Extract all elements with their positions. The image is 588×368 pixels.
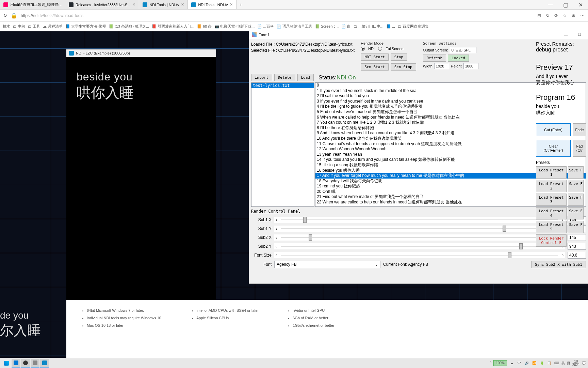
addr-icon[interactable]: ⟳: [554, 13, 558, 18]
slider[interactable]: [274, 226, 565, 232]
bookmark-item[interactable]: 🗂 中间: [13, 24, 25, 29]
bookmark-item[interactable]: 技术: [3, 24, 10, 29]
output-screen-dropdown[interactable]: 0: \\.\DISPL: [450, 47, 476, 53]
stop-button[interactable]: Stop: [391, 53, 407, 61]
form-title: Form1: [259, 33, 558, 37]
bookmark-item[interactable]: 📄 语录收纳清单工具: [277, 24, 312, 29]
slider[interactable]: [274, 234, 565, 241]
tab-3[interactable]: NDI Tools | NDI.tv✕: [188, 0, 236, 9]
close-icon[interactable]: ✕: [181, 2, 184, 7]
import-button[interactable]: Import: [251, 74, 272, 81]
load-preset-button[interactable]: Load Preset 3: [536, 194, 567, 206]
tab-1[interactable]: Releases · luvletter2333/Live-S...✕: [65, 0, 139, 9]
bookmark-item[interactable]: 🗂 ...修订门口中...: [354, 24, 383, 29]
taskbar-app1[interactable]: [31, 359, 39, 368]
window-close[interactable]: ✕: [573, 0, 588, 10]
tray-notifications-icon[interactable]: 💬: [582, 361, 586, 365]
scn-stop-button[interactable]: Scn Stop: [391, 63, 416, 71]
preview-titlebar[interactable]: NDI - LZC (Example) (1080/50p): [66, 49, 216, 57]
slider[interactable]: [274, 243, 565, 249]
locked-button[interactable]: Locked: [448, 55, 469, 62]
start-button[interactable]: [2, 359, 11, 368]
taskbar-ndi[interactable]: [40, 359, 49, 368]
save-preset-button[interactable]: Save F: [568, 180, 584, 192]
slider[interactable]: [274, 252, 565, 258]
bookmark-item[interactable]: 📕 股票炒家和新人入门...: [152, 24, 194, 29]
reload-icon[interactable]: ↻: [3, 13, 7, 18]
tray-chevron-icon[interactable]: ^: [490, 361, 491, 365]
load-preset-button[interactable]: Load Preset 2: [536, 180, 567, 192]
ndi-start-button[interactable]: NDI Start: [361, 53, 389, 61]
new-tab-button[interactable]: +: [236, 2, 245, 7]
form1-titlebar[interactable]: Form1 — ☐: [249, 30, 588, 39]
fullscreen-radio[interactable]: [378, 47, 382, 51]
cut-button[interactable]: Cut (Enter): [536, 123, 571, 136]
load-preset-button[interactable]: Load Preset 4: [536, 207, 567, 219]
taskbar-edge[interactable]: [12, 359, 20, 368]
close-icon[interactable]: ✕: [132, 2, 135, 7]
bookmark-item[interactable]: 📘 ...: [386, 24, 395, 29]
scn-start-button[interactable]: Scn Start: [361, 63, 389, 71]
save-preset-button[interactable]: Save F: [568, 194, 584, 206]
tray-ime2[interactable]: 拼: [567, 361, 570, 366]
lock-render-button[interactable]: Lock Render Control F: [536, 234, 567, 247]
bookmark-item[interactable]: 📗 {13 条消息} 整理之...: [109, 24, 149, 29]
taskbar-obs[interactable]: [21, 359, 30, 368]
load-preset-button[interactable]: Load Preset 1: [536, 166, 567, 179]
tray-icon[interactable]: 📶: [532, 361, 537, 366]
slider-value[interactable]: 40.6: [568, 252, 586, 259]
addr-icon[interactable]: ⊞: [537, 13, 541, 18]
load-preset-button[interactable]: Load Preset 5: [536, 221, 567, 233]
site-lock-icon[interactable]: 🔒: [11, 12, 17, 19]
clear-button[interactable]: Clear (Ctrl+Enter): [536, 140, 571, 157]
addr-icon[interactable]: ⋯: [580, 13, 585, 18]
file-list[interactable]: test-lyrics.txt: [251, 82, 314, 207]
bookmark-item[interactable]: 📄 白: [341, 24, 351, 29]
font-dropdown[interactable]: Agency FB⌄: [274, 261, 380, 268]
tray-ime[interactable]: 英: [561, 361, 565, 366]
tab-0[interactable]: 用ndi给直播加上歌词_哔哩哔...: [0, 0, 65, 9]
addr-icon[interactable]: ☆: [563, 13, 567, 18]
slider[interactable]: [274, 217, 565, 223]
bookmark-item[interactable]: ☁ 课程清单: [43, 24, 63, 29]
tray-icon[interactable]: 🛡: [517, 361, 522, 366]
tray-icon[interactable]: 📋: [546, 361, 552, 366]
width-input[interactable]: 1920: [434, 63, 449, 69]
window-restore[interactable]: ▢: [558, 0, 573, 10]
tray-icon[interactable]: ⌨: [554, 361, 559, 366]
file-info: Loaded File : C:\Users\23472\Desktop\NDI…: [251, 41, 355, 71]
tray-icon[interactable]: ☁: [509, 361, 514, 366]
tray-icon[interactable]: 🔋: [539, 361, 544, 366]
load-button[interactable]: Load: [297, 74, 314, 81]
form-minimize[interactable]: —: [560, 33, 572, 37]
bookmark-item[interactable]: 📘 大学生常要方法-常规: [65, 24, 106, 29]
tray-icon[interactable]: 🔊: [524, 361, 529, 366]
save-preset-button[interactable]: Save F: [568, 207, 584, 219]
bookmark-item[interactable]: 🗂 百度网盘资源集: [398, 24, 429, 29]
save-preset-button[interactable]: Save F: [568, 221, 584, 233]
bookmark-item[interactable]: 📙 60 条: [197, 24, 212, 29]
window-minimize[interactable]: —: [543, 0, 558, 10]
close-icon[interactable]: ✕: [230, 2, 233, 7]
zoom-badge[interactable]: 100%: [493, 360, 507, 366]
form-maximize[interactable]: ☐: [574, 32, 585, 37]
fad-button[interactable]: Fad (Ctr: [573, 140, 586, 157]
bookmark-item[interactable]: 🗂 工具: [28, 24, 40, 29]
preview-title: NDI - LZC (Example) (1080/50p): [76, 51, 130, 55]
tray-time[interactable]: 18 2021: [572, 360, 580, 367]
refresh-button[interactable]: Refresh: [423, 55, 446, 62]
addr-icon[interactable]: ⊕: [572, 13, 575, 18]
sync-button[interactable]: Sync Sub2 X with Sub1: [531, 261, 586, 268]
delete-button[interactable]: Delete: [274, 74, 295, 81]
tab-2[interactable]: NDI Tools | NDI.tv✕: [139, 0, 188, 9]
url-field[interactable]: https://ndi.tv/tools/#download-tools: [21, 13, 534, 18]
bookmark-item[interactable]: 📗 Screen c...: [315, 24, 339, 29]
file-list-item[interactable]: test-lyrics.txt: [251, 83, 314, 88]
bookmark-item[interactable]: 📷 电影天堂-电影下载...: [214, 24, 255, 29]
height-input[interactable]: 1080: [463, 63, 478, 69]
fade-button[interactable]: Fade: [573, 123, 586, 136]
bookmark-item[interactable]: 📄 ...百科: [257, 24, 274, 29]
ndi-radio[interactable]: [361, 47, 365, 51]
addr-icon[interactable]: ↻: [546, 13, 550, 18]
save-preset-button[interactable]: Save F: [568, 166, 584, 179]
